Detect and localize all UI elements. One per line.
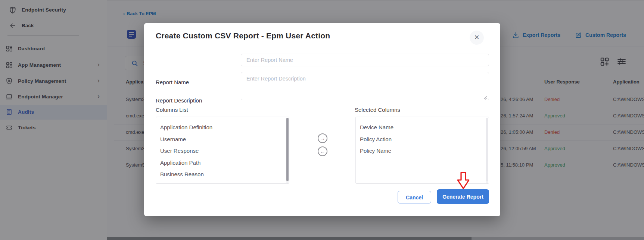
selected-column-option[interactable]: Policy Name (356, 145, 489, 157)
cancel-button[interactable]: Cancel (398, 191, 431, 203)
column-option[interactable]: Username (156, 133, 289, 145)
report-name-label: Report Name (156, 79, 189, 85)
columns-list-scrollbar[interactable] (286, 118, 289, 183)
report-name-input[interactable] (241, 54, 489, 66)
selected-column-option[interactable]: Policy Action (356, 133, 489, 145)
columns-list-scrollbar-thumb[interactable] (286, 118, 289, 181)
move-left-button[interactable]: ← (318, 146, 327, 156)
column-option[interactable]: Application Definition (156, 121, 289, 133)
create-report-modal: Create Custom CSV Report - Epm User Acti… (144, 23, 500, 216)
selected-columns-scrollbar-thumb[interactable] (486, 118, 488, 181)
selected-columns-box: Device Name Policy Action Policy Name (355, 117, 489, 184)
generate-report-button[interactable]: Generate Report (437, 189, 489, 204)
report-description-label: Report Description (156, 97, 202, 104)
column-option[interactable]: Application Path (156, 157, 289, 169)
move-right-button[interactable]: → (318, 133, 327, 143)
screen: Endpoint Security Back Dashboard App Ma (0, 0, 644, 240)
columns-list-label: Columns List (156, 107, 188, 113)
columns-list-box: Application Definition Username User Res… (156, 117, 289, 184)
close-icon[interactable]: ✕ (470, 31, 484, 45)
selected-column-option[interactable]: Device Name (356, 121, 489, 133)
modal-title: Create Custom CSV Report - Epm User Acti… (156, 31, 330, 40)
selected-columns-label: Selected Columns (355, 107, 400, 113)
column-option[interactable]: Signature Status (156, 180, 289, 184)
column-option[interactable]: Business Reason (156, 168, 289, 180)
column-option[interactable]: User Response (156, 145, 289, 157)
report-description-input[interactable] (241, 72, 489, 100)
selected-columns-scrollbar[interactable] (486, 118, 488, 183)
